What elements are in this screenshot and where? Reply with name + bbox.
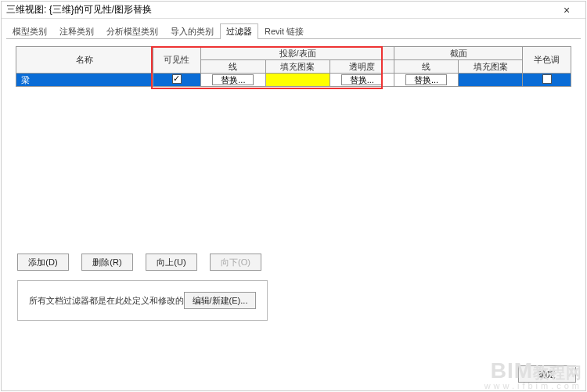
hdr-proj-pattern: 填充图案 (265, 60, 330, 74)
proj-trans-button[interactable]: 替换... (341, 74, 383, 85)
hdr-projection: 投影/表面 (201, 47, 394, 60)
checkbox-visible[interactable] (172, 74, 182, 84)
cell-cut-line[interactable]: 替换... (394, 74, 458, 87)
table-row[interactable]: 梁 替换... 替换... 替换... (16, 74, 571, 87)
client-area: 模型类别 注释类别 分析模型类别 导入的类别 过滤器 Revit 链接 名称 可… (2, 19, 585, 390)
close-icon[interactable]: × (553, 2, 581, 18)
grid-area: 名称 可见性 投影/表面 截面 半色调 线 填充图案 透明度 线 填充图案 梁 … (6, 45, 581, 247)
edit-group: 所有文档过滤器都是在此处定义和修改的 编辑/新建(E)... (17, 280, 268, 321)
hdr-proj-line: 线 (201, 60, 265, 74)
cell-name[interactable]: 梁 (16, 74, 153, 87)
tab-model[interactable]: 模型类别 (6, 23, 53, 39)
cell-proj-trans[interactable]: 替换... (330, 74, 394, 87)
cell-visible[interactable] (153, 74, 201, 87)
hdr-cut: 截面 (394, 47, 522, 60)
cut-line-button[interactable]: 替换... (405, 74, 447, 85)
hdr-cut-pattern: 填充图案 (459, 60, 523, 74)
cell-cut-pattern[interactable] (459, 74, 523, 87)
dialog: 三维视图: {三维}的可见性/图形替换 × 模型类别 注释类别 分析模型类别 导… (1, 1, 586, 391)
dialog-title: 三维视图: {三维}的可见性/图形替换 (6, 3, 553, 16)
cell-proj-pattern[interactable] (265, 74, 330, 87)
watermark-url: www.ifbim.com (484, 382, 582, 390)
down-button[interactable]: 向下(O) (210, 254, 261, 271)
checkbox-halftone[interactable] (542, 74, 552, 84)
up-button[interactable]: 向上(U) (146, 254, 197, 271)
tab-annotation[interactable]: 注释类别 (53, 23, 100, 39)
edit-new-button[interactable]: 编辑/新建(E)... (184, 292, 256, 309)
tabstrip: 模型类别 注释类别 分析模型类别 导入的类别 过滤器 Revit 链接 (6, 23, 581, 39)
hdr-proj-trans: 透明度 (330, 60, 394, 74)
watermark-logo: BIM教程网 (484, 360, 582, 382)
tab-imported[interactable]: 导入的类别 (164, 23, 220, 39)
hdr-cut-line: 线 (394, 60, 458, 74)
cell-halftone[interactable] (523, 74, 571, 87)
grid: 名称 可见性 投影/表面 截面 半色调 线 填充图案 透明度 线 填充图案 梁 … (16, 46, 571, 87)
tab-analytical[interactable]: 分析模型类别 (100, 23, 164, 39)
hdr-name: 名称 (16, 47, 153, 74)
proj-line-button[interactable]: 替换... (212, 74, 254, 85)
tab-filters[interactable]: 过滤器 (220, 23, 258, 39)
add-button[interactable]: 添加(D) (17, 254, 69, 271)
watermark: BIM教程网 www.ifbim.com (484, 360, 582, 390)
cell-proj-line[interactable]: 替换... (201, 74, 265, 87)
tab-revit-links[interactable]: Revit 链接 (258, 23, 310, 39)
hdr-visible: 可见性 (153, 47, 201, 74)
edit-group-label: 所有文档过滤器都是在此处定义和修改的 (29, 295, 184, 307)
filter-buttons: 添加(D) 删除(R) 向上(U) 向下(O) (6, 247, 581, 271)
titlebar: 三维视图: {三维}的可见性/图形替换 × (2, 2, 585, 19)
remove-button[interactable]: 删除(R) (81, 254, 133, 271)
hdr-halftone: 半色调 (523, 47, 571, 74)
